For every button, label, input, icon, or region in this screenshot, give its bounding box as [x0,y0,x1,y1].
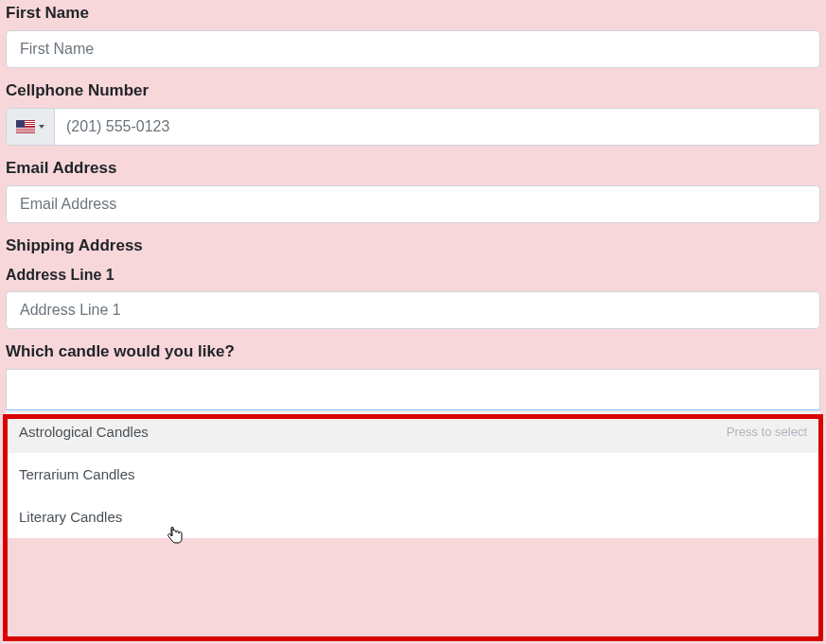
phone-input-group [6,108,820,146]
candle-option-label: Literary Candles [19,509,122,525]
first-name-input[interactable] [6,30,820,68]
candle-select-label: Which candle would you like? [6,342,820,361]
first-name-label: First Name [6,4,820,23]
address-line1-input[interactable] [6,291,820,329]
cellphone-label: Cellphone Number [6,81,820,100]
address-line1-label: Address Line 1 [6,267,820,284]
email-input[interactable] [6,185,820,223]
candle-option[interactable]: Astrological CandlesPress to select [6,410,820,453]
candle-option-label: Astrological Candles [19,424,149,440]
cellphone-input[interactable] [55,109,819,145]
email-label: Email Address [6,159,820,178]
caret-down-icon [39,125,44,129]
candle-option-label: Terrarium Candles [19,466,135,482]
shipping-address-label: Shipping Address [6,236,820,255]
press-to-select-hint: Press to select [727,425,807,439]
candle-option[interactable]: Terrarium Candles [6,453,820,496]
candle-option[interactable]: Literary Candles [6,496,820,538]
country-flag-button[interactable] [7,109,55,145]
candle-select-input[interactable] [6,369,820,410]
candle-options-list: Astrological CandlesPress to selectTerra… [6,410,820,538]
us-flag-icon [16,120,35,133]
